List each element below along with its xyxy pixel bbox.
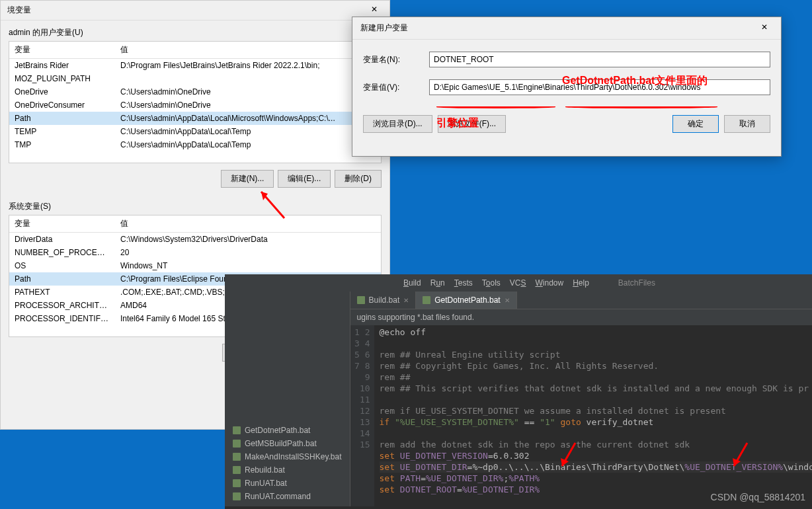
table-row[interactable]: MOZ_PLUGIN_PATH (9, 72, 381, 85)
col-value[interactable]: 值 (115, 42, 381, 59)
var-name: Path (9, 112, 115, 125)
var-name: MOZ_PLUGIN_PATH (9, 72, 115, 85)
tab-label: GetDotnetPath.bat (434, 295, 500, 305)
var-cancel-button[interactable]: 取消 (724, 115, 770, 133)
tree-item[interactable]: RunUAT.command (225, 490, 350, 503)
arrow-icon (251, 188, 291, 221)
file-icon (233, 453, 241, 461)
menu-run[interactable]: Run (430, 278, 445, 288)
file-icon (423, 296, 430, 304)
sys-vars-label: 系统变量(S) (1, 194, 389, 215)
edit-user-var-button[interactable]: 编辑(E)... (278, 170, 331, 188)
table-row[interactable]: OSWindows_NT (9, 259, 381, 272)
editor-tab[interactable]: GetDotnetPath.bat✕ (416, 292, 516, 309)
menu-tools[interactable]: Tools (482, 278, 501, 288)
dialog-title: 新建用户变量 (360, 22, 408, 34)
file-icon (233, 466, 241, 474)
var-name: PATHEXT (9, 286, 115, 299)
var-name-label: 变量名(N): (363, 54, 429, 65)
menu-help[interactable]: Help (573, 278, 589, 288)
close-tab-icon[interactable]: ✕ (403, 297, 409, 304)
tree-item[interactable]: MakeAndInstallSSHKey.bat (225, 450, 350, 463)
annotation-engine-location: 引擎位置 (436, 116, 479, 130)
col-variable[interactable]: 变量 (9, 42, 115, 59)
user-vars-table: 变量 值 JetBrains RiderD:\Program Files\Jet… (9, 41, 382, 163)
svg-marker-5 (733, 458, 741, 466)
table-row[interactable]: TEMPC:\Users\admin\AppData\Local\Temp (9, 125, 381, 138)
table-row[interactable]: DriverDataC:\Windows\System32\Drivers\Dr… (9, 233, 381, 247)
new-user-var-button[interactable]: 新建(N)... (221, 170, 274, 188)
delete-user-var-button[interactable]: 删除(D) (335, 170, 382, 188)
browse-dir-button[interactable]: 浏览目录(D)... (363, 115, 432, 133)
var-value: C:\Windows\System32\Drivers\DriverData (115, 233, 381, 247)
underline-annotation (436, 106, 555, 108)
var-value: C:\Users\admin\OneDrive (115, 98, 381, 112)
close-tab-icon[interactable]: ✕ (505, 297, 510, 304)
file-name: MakeAndInstallSSHKey.bat (245, 452, 342, 461)
var-value: C:\Users\admin\AppData\Local\Microsoft\W… (115, 112, 381, 125)
var-name: PROCESSOR_IDENTIFIER (9, 312, 115, 325)
close-icon[interactable]: ✕ (366, 5, 383, 16)
file-icon (357, 296, 365, 304)
file-icon (233, 492, 241, 500)
var-name: OneDrive (9, 85, 115, 98)
var-name: OneDriveConsumer (9, 98, 115, 112)
file-name: RunUAT.command (245, 492, 311, 501)
file-name: RunUAT.bat (245, 479, 287, 488)
col-variable[interactable]: 变量 (9, 215, 115, 233)
arrow-icon (555, 440, 582, 473)
watermark: CSDN @qq_58814201 (711, 492, 805, 502)
file-name: Rebuild.bat (245, 465, 285, 475)
file-icon (233, 440, 241, 448)
menu-build[interactable]: Build (403, 278, 421, 288)
dialog-titlebar: 新建用户变量 ✕ (352, 17, 781, 40)
var-value (115, 72, 381, 85)
var-value: C:\Users\admin\AppData\Local\Temp (115, 125, 381, 138)
var-name-input[interactable] (429, 52, 770, 67)
col-value[interactable]: 值 (115, 215, 381, 233)
file-icon (233, 426, 241, 434)
table-row[interactable]: OneDriveC:\Users\admin\OneDrive (9, 85, 381, 98)
menu-vcs[interactable]: VCS (510, 278, 526, 288)
var-value-label: 变量值(V): (363, 82, 429, 93)
var-ok-button[interactable]: 确定 (672, 115, 719, 133)
code-editor[interactable]: 1 2 3 4 5 6 7 8 9 10 11 12 13 14 15 @ech… (350, 325, 812, 506)
menu-window[interactable]: Window (535, 278, 563, 288)
var-name: TEMP (9, 125, 115, 138)
table-row[interactable]: TMPC:\Users\admin\AppData\Local\Temp (9, 138, 381, 151)
line-gutter: 1 2 3 4 5 6 7 8 9 10 11 12 13 14 15 (350, 325, 374, 506)
annotation-file-inside: GetDotnetPath.bat文件里面的 (562, 74, 708, 88)
editor-tabs: Build.bat✕GetDotnetPath.bat✕ (350, 292, 812, 309)
table-row[interactable]: PathC:\Users\admin\AppData\Local\Microso… (9, 112, 381, 125)
tree-item[interactable]: GetMSBuildPath.bat (225, 437, 350, 450)
breadcrumb: BatchFiles (618, 278, 655, 288)
tree-item[interactable]: RunUAT.bat (225, 477, 350, 490)
file-name: GetMSBuildPath.bat (245, 439, 317, 448)
var-name: TMP (9, 138, 115, 151)
menu-tests[interactable]: Tests (454, 278, 473, 288)
table-row[interactable]: NUMBER_OF_PROCESSORS20 (9, 246, 381, 259)
tree-item[interactable]: Rebuild.bat (225, 463, 350, 477)
var-name: NUMBER_OF_PROCESSORS (9, 246, 115, 259)
editor-tab[interactable]: Build.bat✕ (350, 292, 417, 309)
tree-item[interactable]: GetDotnetPath.bat (225, 424, 350, 437)
var-name: DriverData (9, 233, 115, 247)
var-name: Path (9, 272, 115, 286)
code-content[interactable]: @echo off rem ## Unreal Engine utility s… (374, 325, 812, 506)
ide-notification: ugins supporting *.bat files found. (350, 309, 812, 325)
var-name: OS (9, 259, 115, 272)
table-row[interactable]: JetBrains RiderD:\Program Files\JetBrain… (9, 59, 381, 73)
var-value: C:\Users\admin\AppData\Local\Temp (115, 138, 381, 151)
var-value: Windows_NT (115, 259, 381, 272)
table-row[interactable]: OneDriveConsumerC:\Users\admin\OneDrive (9, 98, 381, 112)
dialog-title: 境变量 (7, 5, 31, 16)
ide-menubar: Build Run Tests Tools VCS Window Help Ba… (225, 274, 812, 292)
arrow-icon (727, 440, 754, 473)
ide-window: Build Run Tests Tools VCS Window Help Ba… (225, 274, 812, 509)
var-value: C:\Users\admin\OneDrive (115, 85, 381, 98)
file-tree: GetDotnetPath.batGetMSBuildPath.batMakeA… (225, 292, 350, 506)
close-icon[interactable]: ✕ (756, 22, 773, 34)
svg-marker-3 (561, 458, 569, 466)
file-name: GetDotnetPath.bat (245, 426, 310, 435)
tab-label: Build.bat (369, 295, 400, 305)
